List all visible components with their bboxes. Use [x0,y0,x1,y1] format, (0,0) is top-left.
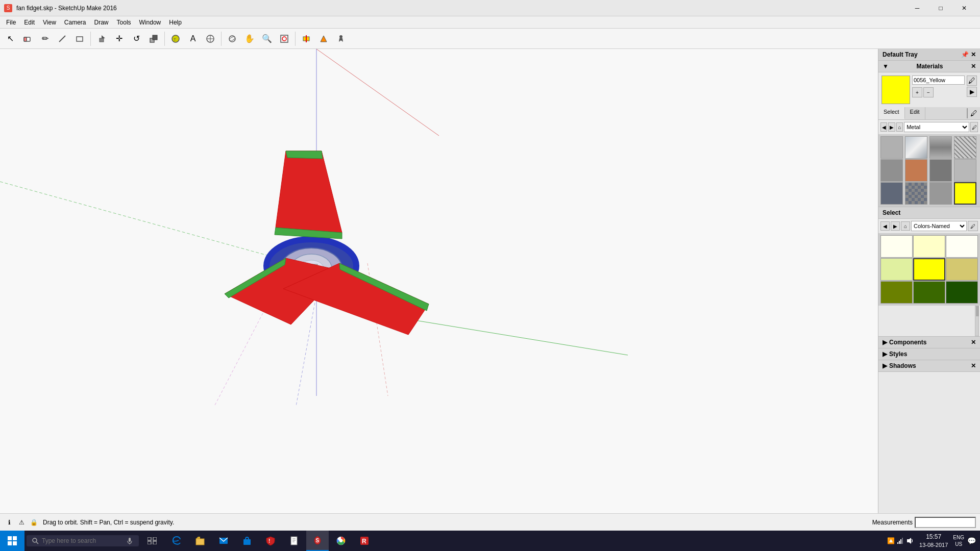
rectangle-tool-btn[interactable] [71,31,88,47]
mat-swatch-7[interactable] [954,159,976,182]
section-cut-btn[interactable] [315,31,332,47]
materials-header[interactable]: ▼ Materials ✕ [878,61,980,72]
sel-back-btn[interactable]: ◀ [880,221,890,231]
sel-sample-btn[interactable]: 🖊 [968,221,978,231]
mat-swatch-11[interactable] [954,182,976,205]
canvas-area[interactable] [0,49,878,513]
minimize-button[interactable]: ─ [905,0,929,16]
menu-item-tools[interactable]: Tools [113,18,135,27]
mat-sample2-btn[interactable]: 🖊 [970,122,978,132]
mat-forward-btn[interactable]: ▶ [888,122,895,132]
mat-tab-select[interactable]: Select [878,107,905,119]
network-icon-2[interactable] [897,537,904,544]
components-close-btn[interactable]: ✕ [971,339,976,346]
color-swatch-6[interactable] [880,281,913,304]
orbit-btn[interactable] [224,31,240,47]
pencil-tool-btn[interactable]: ✏ [37,31,53,47]
network-icon[interactable]: 🔼 [887,537,895,544]
sel-home-btn[interactable]: ⌂ [901,221,910,231]
mat-swatch-4[interactable] [880,159,903,182]
mat-category-dropdown[interactable]: Metal Asphalt and Concrete Brick and Cla… [904,122,969,132]
shadows-close-btn[interactable]: ✕ [971,362,976,369]
mat-tab-edit[interactable]: Edit [905,107,925,119]
status-icon-warning[interactable]: ⚠ [16,517,27,528]
mat-swatch-9[interactable] [905,182,927,205]
color-swatch-3[interactable] [880,258,913,281]
mat-swatch-10[interactable] [929,182,952,205]
measurements-input[interactable] [915,517,976,528]
menu-item-draw[interactable]: Draw [90,18,113,27]
color-swatch-4[interactable] [913,258,945,281]
sketchup-taskbar-btn[interactable]: S [306,531,329,551]
shadows-header[interactable]: ▶ Shadows ✕ [878,360,980,372]
components-header[interactable]: ▶ Components ✕ [878,337,980,348]
menu-item-edit[interactable]: Edit [20,18,39,27]
walk-btn[interactable] [333,31,349,47]
volume-icon[interactable] [906,537,914,544]
material-alt-btn[interactable]: ▶ [967,87,977,97]
tray-close-btn[interactable]: ✕ [971,51,976,58]
mat-swatch-1[interactable] [905,136,927,159]
menu-item-help[interactable]: Help [165,18,186,27]
rotate-btn[interactable]: ↺ [128,31,144,47]
eraser-tool-btn[interactable] [19,31,36,47]
tray-pin-btn[interactable]: 📌 [961,51,969,58]
select-header[interactable]: Select [878,207,980,219]
store-btn[interactable] [236,531,258,551]
line-tool-btn[interactable] [54,31,70,47]
chrome-btn[interactable] [330,531,352,551]
axes-btn[interactable] [202,31,218,47]
menu-item-view[interactable]: View [39,18,60,27]
mat-home-btn[interactable]: ⌂ [896,122,903,132]
mat-swatch-0[interactable] [880,136,903,159]
taskbar-search[interactable] [27,535,139,546]
move-btn[interactable]: ✛ [111,31,127,47]
red-app-btn[interactable]: R [353,531,376,551]
pan-btn[interactable]: ✋ [241,31,258,47]
sel-forward-btn[interactable]: ▶ [891,221,900,231]
select-tool-btn[interactable]: ↖ [2,31,18,47]
material-delete-btn[interactable]: − [923,87,934,97]
color-swatch-5[interactable] [946,258,978,281]
material-paint-btn[interactable]: 🖊 [967,76,977,86]
section-plane-btn[interactable] [298,31,314,47]
color-swatch-7[interactable] [913,281,945,304]
menu-item-camera[interactable]: Camera [60,18,90,27]
status-icon-info[interactable]: ℹ [4,517,14,528]
color-swatch-1[interactable] [913,235,945,258]
fan-model[interactable] [189,110,454,355]
mat-swatch-6[interactable] [929,159,952,182]
task-view-btn[interactable] [141,531,163,551]
maximize-button[interactable]: □ [929,0,952,16]
sel-category-dropdown[interactable]: Colors-Named Metal Colors [911,221,967,231]
styles-header[interactable]: ▶ Styles [878,348,980,360]
zoom-btn[interactable]: 🔍 [259,31,275,47]
doc-btn[interactable] [283,531,305,551]
taskbar-search-input[interactable] [42,537,124,544]
start-button[interactable] [0,531,24,551]
security-btn[interactable]: ! [259,531,282,551]
mail-btn[interactable] [212,531,235,551]
color-swatch-0[interactable] [880,235,913,258]
material-name-input[interactable] [912,76,965,85]
mat-swatch-2[interactable] [929,136,952,159]
edge-btn[interactable] [165,531,188,551]
menu-item-file[interactable]: File [2,18,20,27]
scale-btn[interactable] [145,31,162,47]
mat-swatch-3[interactable] [954,136,976,159]
color-swatch-8[interactable] [946,281,978,304]
zoom-extents-btn[interactable] [276,31,292,47]
materials-close-btn[interactable]: ✕ [971,63,976,70]
close-button[interactable]: ✕ [952,0,976,16]
file-explorer-btn[interactable] [189,531,211,551]
text-btn[interactable]: A [185,31,201,47]
mat-swatch-8[interactable] [880,182,903,205]
menu-item-window[interactable]: Window [135,18,165,27]
color-swatch-2[interactable] [946,235,978,258]
push-pull-btn[interactable] [93,31,110,47]
tape-measure-btn[interactable]: T [167,31,184,47]
notification-btn[interactable]: 💬 [967,537,976,545]
mat-swatch-5[interactable] [905,159,927,182]
material-create-btn[interactable]: + [912,87,922,97]
status-icon-lock[interactable]: 🔒 [29,517,39,528]
